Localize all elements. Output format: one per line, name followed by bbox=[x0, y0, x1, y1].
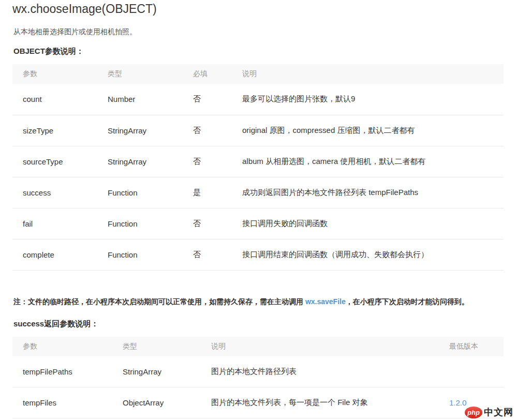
required-cell: 否 bbox=[183, 115, 232, 146]
type-cell: Function bbox=[97, 239, 183, 270]
desc-cell: 图片的本地文件列表，每一项是一个 File 对象 bbox=[201, 387, 439, 418]
column-header-type: 类型 bbox=[112, 337, 201, 356]
param-cell: tempFiles bbox=[12, 387, 112, 418]
column-header-param: 参数 bbox=[12, 337, 112, 356]
required-cell: 否 bbox=[183, 208, 232, 239]
required-cell: 否 bbox=[183, 146, 232, 177]
type-cell: Number bbox=[97, 84, 183, 115]
desc-cell: original 原图，compressed 压缩图，默认二者都有 bbox=[232, 115, 504, 146]
param-cell: success bbox=[12, 177, 97, 208]
doc-page: wx.chooseImage(OBJECT) 从本地相册选择图片或使用相机拍照。… bbox=[0, 0, 516, 418]
table-row: tempFilePaths StringArray 图片的本地文件路径列表 bbox=[12, 356, 504, 387]
table-row: tempFiles ObjectArray 图片的本地文件列表，每一项是一个 F… bbox=[12, 387, 504, 418]
success-params-table: 参数 类型 说明 最低版本 tempFilePaths StringArray … bbox=[12, 337, 504, 419]
param-cell: fail bbox=[12, 208, 97, 239]
column-header-required: 必填 bbox=[183, 64, 232, 84]
required-cell: 否 bbox=[183, 84, 232, 115]
desc-cell: album 从相册选图，camera 使用相机，默认二者都有 bbox=[232, 146, 504, 177]
param-cell: sizeType bbox=[12, 115, 97, 146]
php-cn-logo-text: 中文网 bbox=[484, 406, 513, 418]
php-cn-watermark: php 中文网 bbox=[465, 406, 513, 418]
table-header-row: 参数 类型 说明 最低版本 bbox=[12, 337, 504, 356]
type-cell: Function bbox=[97, 208, 183, 239]
param-cell: sourceType bbox=[12, 146, 97, 177]
api-description: 从本地相册选择图片或使用相机拍照。 bbox=[13, 26, 504, 37]
version-link[interactable]: 1.2.0 bbox=[449, 398, 466, 407]
table-row: fail Function 否 接口调用失败的回调函数 bbox=[12, 208, 504, 239]
param-cell: tempFilePaths bbox=[12, 356, 112, 387]
note-text-after: ，在小程序下次启动时才能访问得到。 bbox=[346, 297, 469, 306]
php-logo-icon: php bbox=[465, 407, 482, 418]
table-row: sizeType StringArray 否 original 原图，compr… bbox=[12, 115, 504, 146]
success-params-heading: success返回参数说明： bbox=[13, 319, 504, 329]
type-cell: ObjectArray bbox=[112, 387, 201, 418]
column-header-desc: 说明 bbox=[201, 337, 439, 356]
type-cell: StringArray bbox=[97, 146, 183, 177]
param-cell: count bbox=[12, 84, 97, 115]
type-cell: StringArray bbox=[112, 356, 201, 387]
type-cell: Function bbox=[97, 177, 183, 208]
required-cell: 是 bbox=[183, 177, 232, 208]
table-row: success Function 是 成功则返回图片的本地文件路径列表 temp… bbox=[12, 177, 504, 208]
type-cell: StringArray bbox=[97, 115, 183, 146]
column-header-min-version: 最低版本 bbox=[439, 337, 504, 356]
object-params-table: 参数 类型 必填 说明 count Number 否 最多可以选择的图片张数，默… bbox=[12, 64, 504, 271]
column-header-desc: 说明 bbox=[232, 64, 504, 84]
object-params-heading: OBJECT参数说明： bbox=[13, 46, 504, 56]
version-cell bbox=[439, 356, 504, 387]
column-header-param: 参数 bbox=[12, 64, 97, 84]
wx-savefile-link[interactable]: wx.saveFile bbox=[305, 297, 346, 306]
param-cell: complete bbox=[12, 239, 97, 270]
page-title: wx.chooseImage(OBJECT) bbox=[12, 1, 504, 17]
required-cell: 否 bbox=[183, 239, 232, 270]
table-row: count Number 否 最多可以选择的图片张数，默认9 bbox=[12, 84, 504, 115]
table-header-row: 参数 类型 必填 说明 bbox=[12, 64, 504, 84]
table-row: sourceType StringArray 否 album 从相册选图，cam… bbox=[12, 146, 504, 177]
desc-cell: 接口调用结束的回调函数（调用成功、失败都会执行） bbox=[232, 239, 504, 270]
desc-cell: 接口调用失败的回调函数 bbox=[232, 208, 504, 239]
desc-cell: 最多可以选择的图片张数，默认9 bbox=[232, 84, 504, 115]
temp-path-note: 注：文件的临时路径，在小程序本次启动期间可以正常使用，如需持久保存，需在主动调用… bbox=[13, 296, 504, 307]
desc-cell: 图片的本地文件路径列表 bbox=[201, 356, 439, 387]
column-header-type: 类型 bbox=[97, 64, 183, 84]
note-text-before: 注：文件的临时路径，在小程序本次启动期间可以正常使用，如需持久保存，需在主动调用 bbox=[13, 297, 305, 306]
desc-cell: 成功则返回图片的本地文件路径列表 tempFilePaths bbox=[232, 177, 504, 208]
table-row: complete Function 否 接口调用结束的回调函数（调用成功、失败都… bbox=[12, 239, 504, 270]
